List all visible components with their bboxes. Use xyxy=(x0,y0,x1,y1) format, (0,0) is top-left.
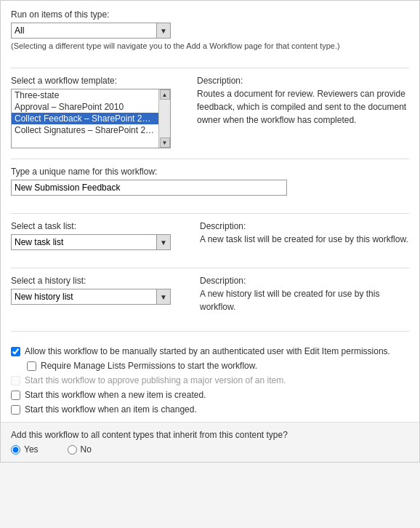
history-list-description-label: Description: xyxy=(200,276,409,286)
task-list-section: Select a task list: New task list Tasks … xyxy=(11,221,409,257)
checkboxes-section: Allow this workflow to be manually start… xyxy=(11,339,409,415)
history-list-left: Select a history list: New history list … xyxy=(11,276,185,305)
run-on-note: (Selecting a different type will navigat… xyxy=(11,41,409,50)
template-description-label: Description: xyxy=(197,76,409,86)
run-on-select-wrapper: All Document Item Page ▼ xyxy=(11,23,171,39)
template-right: Description: Routes a document for revie… xyxy=(197,76,409,127)
template-scrollbar: ▲ ▼ xyxy=(158,89,170,148)
task-list-select[interactable]: New task list Tasks Workflow Tasks xyxy=(11,234,156,250)
require-manage-row: Require Manage Lists Permissions to star… xyxy=(27,361,409,371)
no-radio[interactable] xyxy=(68,445,77,455)
history-list-description-box: Description: A new history list will be … xyxy=(200,276,409,313)
new-item-label: Start this workflow when a new item is c… xyxy=(25,390,206,400)
divider-3 xyxy=(11,213,409,214)
history-list-label: Select a history list: xyxy=(11,276,185,286)
yes-radio[interactable] xyxy=(11,445,20,455)
template-label: Select a workflow template: xyxy=(11,76,185,86)
require-manage-checkbox[interactable] xyxy=(27,361,36,371)
allow-manual-label: Allow this workflow to be manually start… xyxy=(25,346,390,356)
page-container: Run on items of this type: All Document … xyxy=(0,0,420,463)
template-item-2[interactable]: Collect Feedback – SharePoint 2010 xyxy=(12,113,158,124)
template-listbox-items: Three-state Approval – SharePoint 2010 C… xyxy=(12,89,158,148)
approve-publishing-label: Start this workflow to approve publishin… xyxy=(25,375,286,385)
template-description-box: Description: Routes a document for revie… xyxy=(197,76,409,127)
run-on-row: All Document Item Page ▼ xyxy=(11,23,409,39)
template-item-1[interactable]: Approval – SharePoint 2010 xyxy=(12,101,158,113)
content-types-label: Add this workflow to all content types t… xyxy=(11,430,409,440)
scrollbar-track xyxy=(160,100,170,137)
divider-2 xyxy=(11,159,409,159)
task-list-right: Description: A new task list will be cre… xyxy=(200,221,409,246)
name-section: Type a unique name for this workflow: xyxy=(11,167,409,203)
task-list-dropdown-arrow[interactable]: ▼ xyxy=(156,234,171,250)
new-item-checkbox[interactable] xyxy=(11,391,20,400)
task-list-description-box: Description: A new task list will be cre… xyxy=(200,221,409,246)
run-on-dropdown-arrow[interactable]: ▼ xyxy=(156,23,171,39)
run-on-label: Run on items of this type: xyxy=(11,9,409,20)
history-list-select-wrapper: New history list Workflow History ▼ xyxy=(11,289,185,305)
radio-row: Yes No xyxy=(11,444,409,455)
history-list-select[interactable]: New history list Workflow History xyxy=(11,289,156,305)
task-list-description-text: A new task list will be created for use … xyxy=(200,233,409,246)
name-input[interactable] xyxy=(11,180,287,196)
template-description-text: Routes a document for review. Reviewers … xyxy=(197,87,409,127)
allow-manual-checkbox[interactable] xyxy=(11,347,20,356)
require-manage-label: Require Manage Lists Permissions to star… xyxy=(41,361,257,371)
history-list-section: Select a history list: New history list … xyxy=(11,276,409,321)
scrollbar-up-btn[interactable]: ▲ xyxy=(160,89,170,100)
task-list-select-wrapper: New task list Tasks Workflow Tasks ▼ xyxy=(11,234,185,250)
template-item-0[interactable]: Three-state xyxy=(12,89,158,101)
divider-5 xyxy=(11,331,409,332)
template-listbox[interactable]: Three-state Approval – SharePoint 2010 C… xyxy=(11,89,171,148)
yes-option[interactable]: Yes xyxy=(11,444,39,455)
scrollbar-down-btn[interactable]: ▼ xyxy=(160,137,170,148)
no-label: No xyxy=(81,444,92,455)
history-list-row: Select a history list: New history list … xyxy=(11,276,409,313)
task-list-left: Select a task list: New task list Tasks … xyxy=(11,221,185,250)
history-list-right: Description: A new history list will be … xyxy=(200,276,409,313)
divider-1 xyxy=(11,68,409,68)
divider-4 xyxy=(11,268,409,268)
task-list-row: Select a task list: New task list Tasks … xyxy=(11,221,409,250)
item-changed-row: Start this workflow when an item is chan… xyxy=(11,404,409,415)
no-option[interactable]: No xyxy=(68,444,92,455)
template-section: Select a workflow template: Three-state … xyxy=(11,76,409,148)
template-left: Select a workflow template: Three-state … xyxy=(11,76,185,148)
approve-publishing-row: Start this workflow to approve publishin… xyxy=(11,375,409,385)
approve-publishing-checkbox xyxy=(11,376,20,385)
task-list-label: Select a task list: xyxy=(11,221,185,231)
history-list-dropdown-arrow[interactable]: ▼ xyxy=(156,289,171,305)
template-item-3[interactable]: Collect Signatures – SharePoint 2010 xyxy=(12,124,158,136)
run-on-section: Run on items of this type: All Document … xyxy=(11,9,409,57)
bottom-section: Add this workflow to all content types t… xyxy=(1,422,419,462)
task-list-description-label: Description: xyxy=(200,221,409,231)
run-on-select[interactable]: All Document Item Page xyxy=(11,23,156,39)
new-item-row: Start this workflow when a new item is c… xyxy=(11,390,409,400)
allow-manual-row: Allow this workflow to be manually start… xyxy=(11,346,409,356)
history-list-description-text: A new history list will be created for u… xyxy=(200,287,409,313)
item-changed-label: Start this workflow when an item is chan… xyxy=(25,404,197,415)
yes-label: Yes xyxy=(24,444,39,455)
item-changed-checkbox[interactable] xyxy=(11,405,20,415)
name-label: Type a unique name for this workflow: xyxy=(11,167,409,177)
